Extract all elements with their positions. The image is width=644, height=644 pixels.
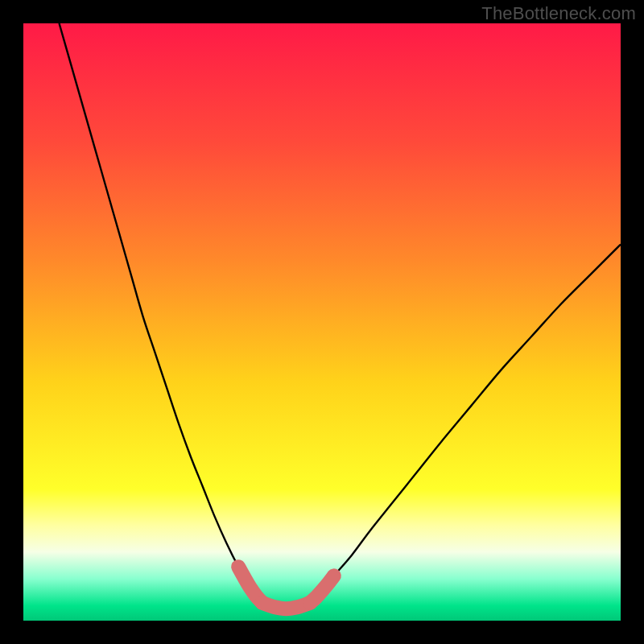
outer-frame: TheBottleneck.com: [0, 0, 644, 644]
bottleneck-chart: [23, 23, 621, 621]
gradient-background: [23, 23, 621, 621]
watermark-text: TheBottleneck.com: [481, 3, 636, 24]
